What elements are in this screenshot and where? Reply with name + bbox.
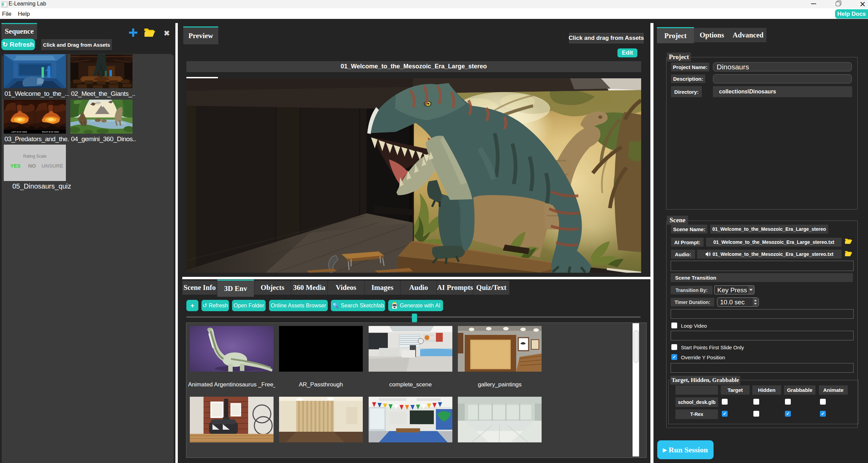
- svg-text:LEFT-EYE VIEW: LEFT-EYE VIEW: [11, 131, 27, 133]
- svg-text:RIGHT-EYE VIEW: RIGHT-EYE VIEW: [42, 131, 59, 133]
